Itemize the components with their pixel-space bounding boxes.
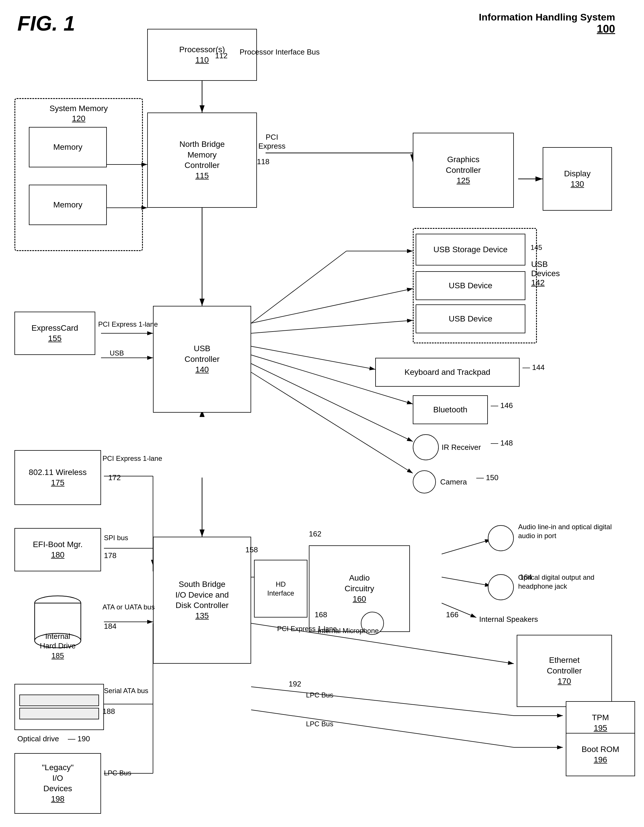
bluetooth-node: Bluetooth bbox=[413, 395, 488, 424]
wireless-node: 802.11 Wireless 175 bbox=[14, 450, 101, 505]
boot-rom-node: Boot ROM 196 bbox=[566, 733, 635, 776]
ethernet-node: Ethernet Controller 170 bbox=[517, 635, 612, 707]
ref-192: 192 bbox=[289, 680, 301, 688]
lpc-bus-192-label: LPC Bus bbox=[306, 691, 333, 699]
memory1-node: Memory bbox=[29, 127, 107, 167]
pci-express-label: PCIExpress bbox=[258, 133, 286, 151]
ata-bus-label: ATA or UATA bus bbox=[103, 603, 155, 611]
usb-devices-label: USBDevices142 bbox=[531, 260, 560, 287]
legacy-io-node: "Legacy" I/O Devices 198 bbox=[14, 753, 101, 814]
ref-172: 172 bbox=[108, 473, 121, 482]
pci-1lane-eth-label: PCI Express 1-lane bbox=[277, 625, 337, 633]
usb-device1-node: USB Device bbox=[416, 271, 525, 300]
proc-bus-label: Processor Interface Bus bbox=[239, 48, 320, 56]
usb-storage-node: USB Storage Device 145 bbox=[416, 234, 525, 265]
optical-node bbox=[14, 684, 104, 730]
ref-188: 188 bbox=[103, 707, 115, 716]
efi-boot-node: EFI-Boot Mgr. 180 bbox=[14, 528, 101, 571]
optical-out-circle bbox=[488, 574, 514, 600]
usb-express-label: USB bbox=[110, 349, 124, 357]
ref-148: — 148 bbox=[491, 438, 513, 448]
camera-label: Camera bbox=[440, 477, 467, 487]
graphics-node: Graphics Controller 125 bbox=[413, 133, 514, 208]
svg-line-33 bbox=[442, 540, 491, 554]
ref-144: — 144 bbox=[522, 363, 545, 372]
display-node: Display 130 bbox=[543, 147, 612, 211]
pci-1lane-wireless-label: PCI Express 1-lane bbox=[103, 454, 162, 463]
hd-interface-node: HD Interface bbox=[254, 560, 308, 618]
svg-line-34 bbox=[442, 577, 491, 586]
svg-line-11 bbox=[251, 320, 413, 333]
svg-line-12 bbox=[251, 346, 375, 369]
usb-controller-node: USB Controller 140 bbox=[153, 306, 251, 413]
ir-receiver-node bbox=[413, 434, 439, 460]
ref-166: 166 bbox=[446, 610, 458, 619]
ref-118: 118 bbox=[257, 157, 269, 166]
svg-line-15 bbox=[251, 372, 413, 473]
ref-162: 162 bbox=[309, 529, 321, 538]
ref-150: — 150 bbox=[476, 473, 499, 482]
ref-158: 158 bbox=[245, 545, 258, 554]
system-title: Information Handling System 100 bbox=[479, 11, 615, 35]
spi-bus-label: SPI bus bbox=[104, 534, 128, 542]
lpc-bus-196-label: LPC Bus bbox=[306, 720, 333, 728]
ref-190: — 190 bbox=[68, 734, 90, 743]
north-bridge-node: North Bridge Memory Controller 115 bbox=[147, 112, 257, 208]
optical-label: Optical drive bbox=[17, 734, 59, 743]
system-memory-box: System Memory 120 bbox=[14, 98, 143, 251]
memory2-node: Memory bbox=[29, 185, 107, 225]
usb-device2-node: USB Device bbox=[416, 304, 525, 333]
svg-line-8 bbox=[251, 251, 346, 323]
svg-line-31 bbox=[251, 710, 514, 747]
ref-178: 178 bbox=[104, 551, 116, 560]
audio-line-in-circle bbox=[488, 525, 514, 551]
camera-node bbox=[413, 470, 436, 493]
pci-1lane-express-label: PCI Express 1-lane bbox=[98, 320, 158, 328]
internal-speakers-label: Internal Speakers bbox=[479, 615, 538, 624]
ref-168: 168 bbox=[315, 610, 327, 619]
hdd-container: Internal Hard Drive 185 bbox=[14, 586, 101, 661]
ir-label: IR Receiver bbox=[442, 443, 481, 452]
optical-out-label: Optical digital output and headphone jac… bbox=[518, 573, 628, 591]
audio-line-in-label: Audio line-in and optical digital audio … bbox=[518, 522, 628, 540]
south-bridge-node: South Bridge I/O Device and Disk Control… bbox=[153, 537, 251, 664]
lpc-bus-legacy-label: LPC Bus bbox=[104, 769, 131, 777]
fig-title: FIG. 1 bbox=[17, 11, 75, 35]
ref-184: 184 bbox=[104, 622, 116, 631]
expresscard-node: ExpressCard 155 bbox=[14, 312, 95, 355]
diagram: FIG. 1 Information Handling System 100 bbox=[0, 0, 644, 827]
ref-146: — 146 bbox=[491, 401, 513, 410]
svg-line-10 bbox=[251, 289, 413, 323]
keyboard-node: Keyboard and Trackpad bbox=[375, 358, 520, 387]
ref-112: 112 bbox=[215, 51, 227, 60]
serial-ata-label: Serial ATA bus bbox=[104, 687, 148, 695]
svg-line-29 bbox=[251, 687, 514, 716]
